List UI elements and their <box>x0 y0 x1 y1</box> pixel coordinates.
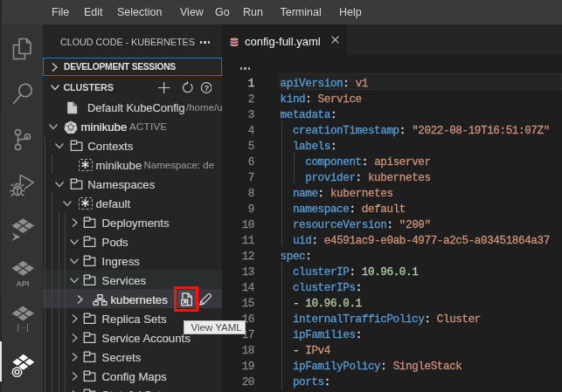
svg-text:[···]: [···] <box>17 323 28 332</box>
svg-text:API: API <box>16 279 29 288</box>
